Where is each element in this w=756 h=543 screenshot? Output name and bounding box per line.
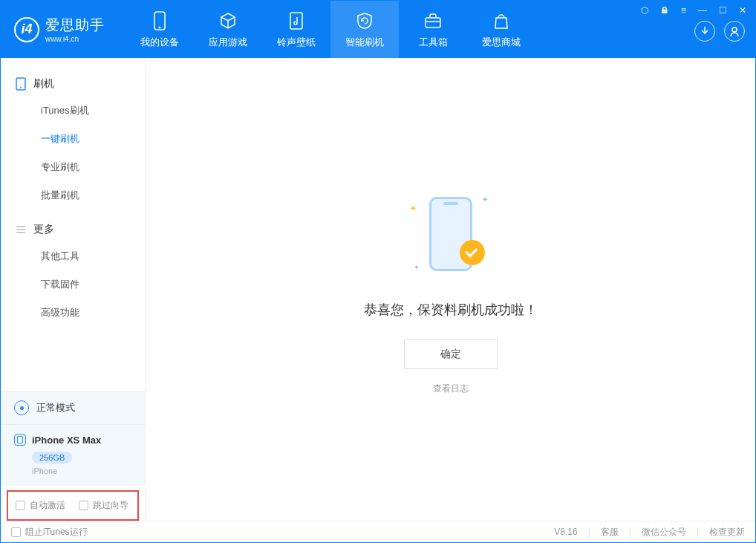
app-body: 刷机 iTunes刷机 一键刷机 专业刷机 批量刷机 更多 其他工具 下载固件 …: [1, 58, 755, 521]
svg-point-4: [732, 27, 737, 32]
sidebar-item-advanced[interactable]: 高级功能: [1, 299, 145, 327]
svg-rect-3: [426, 18, 440, 27]
status-right: V8.16 | 客服 | 微信公众号 | 检查更新: [554, 526, 745, 539]
support-link[interactable]: 客服: [601, 526, 619, 539]
bag-icon: [491, 10, 512, 31]
tab-ringtone-wallpaper[interactable]: 铃声壁纸: [262, 1, 330, 58]
nav-tabs: 我的设备 应用游戏 铃声壁纸 智能刷机 工具箱 爱思商城: [126, 1, 535, 58]
status-bar: 阻止iTunes运行 V8.16 | 客服 | 微信公众号 | 检查更新: [1, 521, 755, 542]
wechat-link[interactable]: 微信公众号: [642, 526, 686, 539]
checkbox-block-itunes[interactable]: 阻止iTunes运行: [11, 526, 88, 539]
tab-smart-flash[interactable]: 智能刷机: [330, 1, 399, 58]
sparkle-icon: ✦: [409, 203, 417, 214]
check-circle-icon: [460, 240, 485, 265]
tab-my-device[interactable]: 我的设备: [126, 1, 194, 58]
checkbox-icon: [11, 527, 21, 537]
window-controls: ⬡ 🔒︎ ≡ — ☐ ✕: [638, 4, 749, 17]
tab-label: 我的设备: [140, 36, 179, 49]
success-message: 恭喜您，保资料刷机成功啦！: [364, 301, 538, 319]
sidebar-section-flash: 刷机 iTunes刷机 一键刷机 专业刷机 批量刷机: [1, 71, 145, 209]
highlighted-checkbox-row: 自动激活 跳过向导: [7, 490, 139, 521]
svg-point-6: [20, 87, 22, 88]
sidebar-bottom: 正常模式 iPhone XS Max 256GB iPhone 自动激活 跳过向…: [1, 391, 145, 521]
list-icon: [16, 224, 26, 235]
tab-label: 铃声壁纸: [277, 36, 316, 49]
mode-icon: [14, 400, 29, 415]
sidebar-item-oneclick[interactable]: 一键刷机: [1, 125, 145, 153]
menu-icon[interactable]: ≡: [678, 4, 689, 17]
device-icon: [16, 77, 26, 91]
checkbox-icon: [79, 501, 88, 510]
cube-icon: [218, 10, 238, 31]
sidebar-item-batch[interactable]: 批量刷机: [1, 181, 145, 209]
tab-apps-games[interactable]: 应用游戏: [194, 1, 262, 58]
sidebar: 刷机 iTunes刷机 一键刷机 专业刷机 批量刷机 更多 其他工具 下载固件 …: [1, 58, 146, 521]
refresh-shield-icon: [354, 10, 375, 31]
logo-area: i4 爱思助手 www.i4.cn: [1, 1, 118, 58]
sidebar-item-firmware[interactable]: 下载固件: [1, 270, 145, 299]
maximize-button[interactable]: ☐: [716, 4, 730, 17]
view-log-link[interactable]: 查看日志: [433, 383, 469, 395]
sparkle-icon: ✦: [414, 264, 420, 271]
tab-label: 爱思商城: [482, 36, 521, 49]
status-left: 阻止iTunes运行: [11, 526, 88, 539]
mode-box[interactable]: 正常模式: [1, 391, 145, 424]
section-title-flash: 刷机: [1, 71, 145, 97]
shirt-icon[interactable]: ⬡: [638, 4, 651, 17]
device-icon: [14, 434, 26, 446]
device-type: iPhone: [32, 466, 131, 475]
success-illustration: ✦ ✦ ✦: [399, 183, 503, 287]
lock-icon[interactable]: 🔒︎: [657, 4, 672, 17]
brand-url: www.i4.cn: [45, 35, 105, 43]
section-title-more: 更多: [1, 217, 145, 242]
sidebar-item-othertools[interactable]: 其他工具: [1, 242, 145, 270]
device-box[interactable]: iPhone XS Max 256GB iPhone: [1, 424, 145, 486]
sidebar-item-itunes[interactable]: iTunes刷机: [1, 97, 145, 125]
logo-icon: i4: [14, 17, 39, 42]
phone-icon: [149, 10, 170, 31]
download-icon[interactable]: [694, 21, 715, 42]
close-button[interactable]: ✕: [736, 4, 749, 17]
logo-text: 爱思助手 www.i4.cn: [45, 16, 105, 43]
user-icon[interactable]: [724, 21, 745, 42]
svg-rect-2: [290, 13, 302, 29]
tab-label: 工具箱: [419, 36, 448, 49]
storage-badge: 256GB: [32, 452, 72, 464]
tab-label: 智能刷机: [345, 36, 384, 49]
minimize-button[interactable]: —: [695, 4, 710, 17]
app-header: i4 爱思助手 www.i4.cn 我的设备 应用游戏 铃声壁纸 智能刷机 工具…: [1, 1, 755, 58]
sidebar-item-pro[interactable]: 专业刷机: [1, 153, 145, 181]
sparkle-icon: ✦: [482, 195, 488, 204]
version-label: V8.16: [554, 527, 577, 537]
checkbox-skip-guide[interactable]: 跳过向导: [79, 499, 128, 512]
mode-label: 正常模式: [36, 401, 75, 414]
main-content: ✦ ✦ ✦ 恭喜您，保资料刷机成功啦！ 确定 查看日志: [146, 58, 755, 521]
svg-point-1: [159, 26, 161, 28]
device-name: iPhone XS Max: [32, 435, 101, 446]
checkbox-auto-activate[interactable]: 自动激活: [16, 499, 65, 512]
tab-label: 应用游戏: [209, 36, 247, 49]
tab-toolbox[interactable]: 工具箱: [399, 1, 467, 58]
update-link[interactable]: 检查更新: [709, 526, 745, 539]
toolbox-icon: [423, 10, 443, 31]
ok-button[interactable]: 确定: [404, 339, 498, 369]
music-file-icon: [286, 10, 307, 31]
header-action-icons: [694, 21, 745, 42]
brand-name: 爱思助手: [45, 16, 105, 35]
device-name-row: iPhone XS Max: [14, 434, 131, 446]
tab-store[interactable]: 爱思商城: [467, 1, 535, 58]
checkbox-icon: [16, 501, 25, 510]
sidebar-section-more: 更多 其他工具 下载固件 高级功能: [1, 217, 145, 327]
